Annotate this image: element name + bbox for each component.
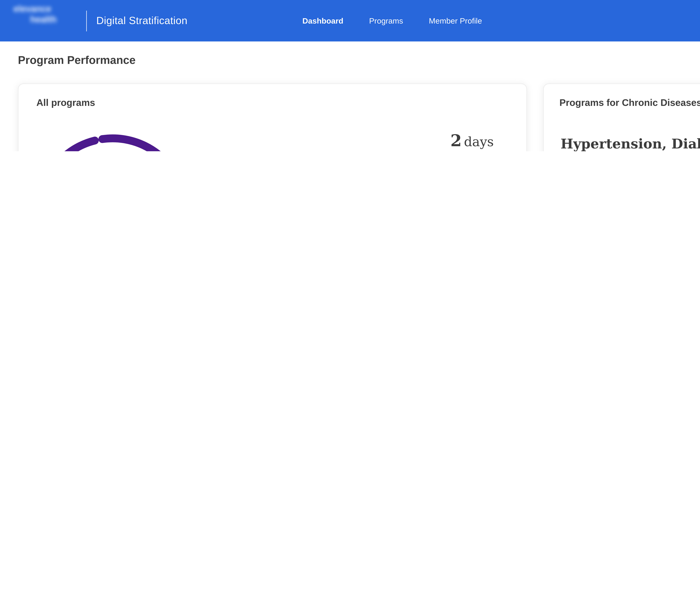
brand-logo-text: health — [30, 14, 86, 25]
nav-item-dashboard[interactable]: Dashboard — [302, 16, 344, 25]
brand-logo[interactable]: elevance health — [14, 3, 86, 38]
all-programs-title: All programs — [36, 97, 95, 109]
stat-avg-days: 2days — [414, 131, 530, 150]
app-title: Digital Stratification — [96, 0, 188, 42]
brand-logo-text: elevance — [14, 3, 86, 14]
main-content: Program Performance All programs 25,560 … — [0, 42, 700, 151]
chronic-headline: Hypertension, Diabetes — [560, 136, 700, 151]
digital-stratification-app: elevance health Digital Stratification D… — [0, 0, 700, 151]
all-programs-stats: 2days Avg. Time taken for a Program to b… — [414, 131, 530, 151]
page-title: Program Performance — [18, 54, 700, 67]
all-programs-donut-chart: 25,560 Programs — [31, 130, 194, 151]
main-nav: Dashboard Programs Member Profile — [302, 0, 482, 42]
card-chronic-diseases: Programs for Chronic Diseases Hypertensi… — [543, 83, 700, 151]
nav-item-member-profile[interactable]: Member Profile — [429, 16, 482, 25]
header-divider — [86, 10, 87, 31]
card-all-programs: All programs 25,560 Programs Inactive Pr… — [18, 83, 527, 151]
nav-item-programs[interactable]: Programs — [369, 16, 403, 25]
top-nav-bar: elevance health Digital Stratification D… — [0, 0, 700, 42]
chronic-title: Programs for Chronic Diseases — [559, 97, 700, 109]
